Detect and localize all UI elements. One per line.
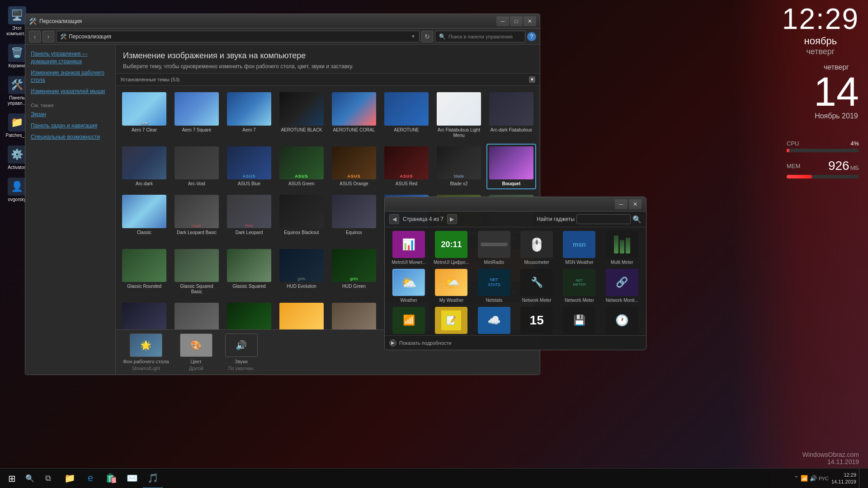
gadget-mousometer[interactable]: 🖱️ Mousometer — [517, 231, 556, 265]
gadget-net-meter[interactable]: 🔧 Network Meter — [517, 269, 556, 303]
theme-hudgreen[interactable]: grim HUD Green — [329, 246, 379, 298]
theme-thumb-darkleopard: Ponk! — [227, 195, 271, 228]
gadget-metroui-num[interactable]: 20:11 MetroUI Цифро... — [432, 231, 471, 265]
task-view-button[interactable]: ⧉ — [38, 469, 58, 488]
color-item[interactable]: 🎨 Цвет Другой — [178, 333, 214, 371]
mem-bar — [787, 175, 812, 178]
start-button[interactable]: ⊞ — [2, 469, 22, 488]
theme-aero7clear[interactable]: Clear Aero 7 Clear — [119, 89, 169, 141]
theme-glassicsq[interactable]: Glassic Squared — [224, 246, 274, 298]
sidebar-link-icons[interactable]: Изменение значков рабочего стола — [31, 69, 110, 84]
wallpaper-item[interactable]: 🌟 Фон рабочего стола StreamofLight — [123, 333, 169, 371]
sidebar-also-taskbar[interactable]: Панель задач и навигация — [31, 122, 110, 130]
theme-aero7sq[interactable]: Aero 7 Square — [172, 89, 222, 141]
refresh-button[interactable]: ↻ — [421, 31, 433, 42]
sidebar-home-link[interactable]: Панель управления — домашняя страница — [31, 50, 110, 66]
theme-asusgreen[interactable]: ASUS ASUS Green — [277, 144, 326, 190]
show-desktop-button[interactable] — [859, 469, 863, 488]
gadget-onedrive[interactable]: ☁️ Onedrive — [475, 307, 514, 335]
sidebar-also-access[interactable]: Специальные возможности — [31, 133, 110, 141]
taskbar-app-mail[interactable]: ✉️ — [122, 469, 142, 488]
gadget-netstats[interactable]: NETSTATS Netstats — [475, 269, 514, 303]
theme-glassicsqbas[interactable]: Glassic Squared Basic — [172, 246, 222, 298]
theme-name-asusorange: ASUS Orange — [340, 181, 368, 187]
gadget-msn-weather[interactable]: msn MSN Weather — [560, 231, 599, 265]
theme-hudevol[interactable]: grim HUD Evolution — [277, 246, 326, 298]
taskbar-app-ie[interactable]: e — [80, 469, 100, 488]
gadget-onlyblackhdd[interactable]: 💾 Only Black HDD — [560, 307, 599, 335]
gadget-multimeter[interactable]: Multi Meter — [603, 231, 642, 265]
theme-mekanix[interactable]: Mekanix Mekanix X — [119, 300, 169, 329]
theme-aeroblack[interactable]: AEROTUNE BLACK — [277, 89, 326, 141]
gadget-onlyblackcal[interactable]: 15 Only Black Cale... — [517, 307, 556, 335]
gadget-miniradio[interactable]: MiniRadio — [475, 231, 514, 265]
search-box[interactable]: 🔍 Поиск в панели управления — [435, 31, 525, 42]
maximize-button[interactable]: □ — [510, 16, 523, 26]
theme-darkleopard[interactable]: Ponk! Dark Leopard — [224, 192, 274, 244]
help-button[interactable]: ? — [527, 32, 536, 41]
theme-asusblue[interactable]: ASUS ASUS Blue — [224, 144, 274, 190]
tray-icon-network[interactable]: 📶 — [801, 475, 808, 482]
color-thumb: 🎨 — [180, 333, 212, 357]
theme-name-hudgreen: HUD Green — [342, 284, 366, 289]
gadget-my-weather[interactable]: 🌤️ My Weather — [432, 269, 471, 303]
theme-metro[interactable]: Metro X — [172, 300, 222, 329]
theme-darkleopbasic[interactable]: Clonk! Dark Leopard Basic — [172, 192, 222, 244]
theme-arcdarkflat[interactable]: Arc-dark Flatabulous — [486, 89, 536, 141]
gadgets-prev-button[interactable]: ◀ — [389, 214, 399, 224]
wallpaper-sublabel: StreamofLight — [132, 366, 160, 371]
theme-asusorange[interactable]: ASUS ASUS Orange — [329, 144, 379, 190]
gadgets-close-button[interactable]: ✕ — [629, 199, 642, 209]
theme-arcflatlight[interactable]: Arc Flatabulous Light Menu — [434, 89, 484, 141]
minimize-button[interactable]: ─ — [496, 16, 509, 26]
theme-partial1[interactable] — [277, 300, 326, 329]
gadget-note[interactable]: 📝 Note — [432, 307, 471, 335]
gadget-metroui-mon[interactable]: 📊 MetroUI Монит... — [389, 231, 428, 265]
theme-partial2[interactable] — [329, 300, 379, 329]
gadgets-titlebar: ─ ✕ — [385, 197, 646, 211]
back-button[interactable]: ‹ — [29, 31, 41, 42]
gadget-thumb-onedrive: ☁️ — [478, 307, 510, 334]
taskbar-search-button[interactable]: 🔍 — [22, 470, 38, 487]
gadgets-search-icon[interactable]: 🔍 — [632, 215, 642, 224]
theme-equinox[interactable]: Equinox — [329, 192, 379, 244]
theme-bladev2[interactable]: blade Blade v2 — [434, 144, 484, 190]
sidebar-also-screen[interactable]: Экран — [31, 111, 110, 118]
gadgets-find-label: Найти гаджеты — [537, 216, 575, 222]
gadget-onlyblack2c[interactable]: 🕐 OnlyBlack 2 cl... — [603, 307, 642, 335]
gadgets-footer-btn[interactable]: ▶ — [389, 339, 396, 347]
sounds-item[interactable]: 🔊 Звуки По умолчан. — [223, 333, 259, 371]
tray-lang[interactable]: РУС — [819, 476, 829, 481]
theme-aerocoral[interactable]: AEROTUNE CORAL — [329, 89, 379, 141]
gadget-net-meter2[interactable]: NETMETER Network Meter — [560, 269, 599, 303]
gadget-weather[interactable]: ⛅ Weather — [389, 269, 428, 303]
gadget-net-mon[interactable]: 🔗 Network Monit... — [603, 269, 642, 303]
theme-asusred[interactable]: ASUS ASUS Red — [382, 144, 431, 190]
theme-aerotune[interactable]: AEROTUNE — [382, 89, 431, 141]
theme-equinoxblack[interactable]: Equinox Blackout — [277, 192, 326, 244]
watermark-line1: WindowsObraz.com — [802, 451, 859, 458]
taskbar-clock[interactable]: 12:29 14.11.2019 — [831, 472, 856, 485]
theme-bouquet[interactable]: Bouquet — [486, 144, 536, 190]
gadget-net-util[interactable]: 📶 Network Utiliza... — [389, 307, 428, 335]
tray-icon-sound[interactable]: 🔊 — [810, 475, 817, 482]
wallpaper-thumb: 🌟 — [130, 333, 162, 357]
theme-nvidia[interactable]: Nvidia — [224, 300, 274, 329]
theme-arcdark[interactable]: Arc-dark — [119, 144, 169, 190]
tray-icon-chevron[interactable]: ⌃ — [794, 475, 799, 482]
forward-button[interactable]: › — [42, 31, 54, 42]
theme-glassicround[interactable]: Glassic Rounded — [119, 246, 169, 298]
theme-arcvoid[interactable]: Arc-Void — [172, 144, 222, 190]
taskbar-app-store[interactable]: 🛍️ — [101, 469, 121, 488]
taskbar-app-explorer[interactable]: 📁 — [60, 469, 80, 488]
gadgets-search-input[interactable] — [576, 214, 631, 224]
gadgets-minimize-button[interactable]: ─ — [615, 199, 627, 209]
sidebar-link-mouse[interactable]: Изменение указателей мыши — [31, 88, 110, 95]
gadgets-next-button[interactable]: ▶ — [447, 214, 457, 224]
scroll-end-button[interactable]: ▼ — [529, 76, 535, 83]
address-bar[interactable]: 🛠️ Персонализация ▼ — [56, 31, 420, 42]
taskbar-app-media[interactable]: 🎵 — [143, 469, 163, 488]
close-button[interactable]: ✕ — [524, 16, 536, 26]
theme-aero7[interactable]: Aero 7 — [224, 89, 274, 141]
theme-classic[interactable]: Classic — [119, 192, 169, 244]
